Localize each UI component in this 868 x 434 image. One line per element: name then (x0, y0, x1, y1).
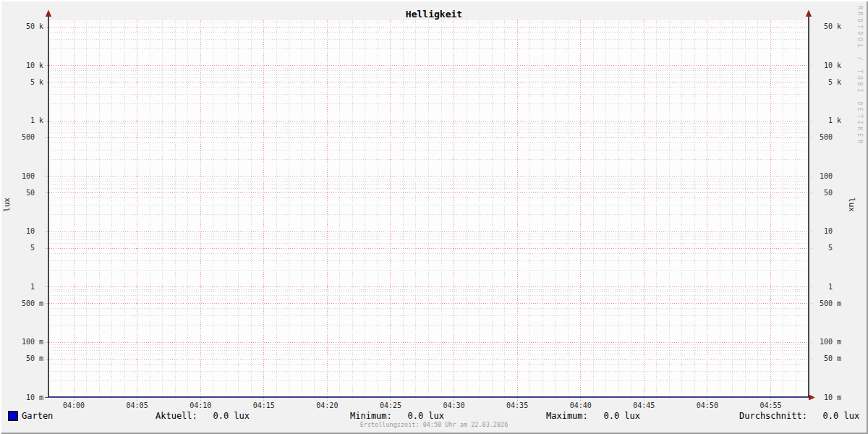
legend-series-name: Garten (22, 411, 53, 421)
y-tick-label-left: 10 k (22, 61, 43, 70)
y-axis-label-right: lux (846, 191, 856, 218)
y-tick-label-right: 100 (820, 172, 833, 181)
y-tick-label-right: 1 k (820, 116, 841, 125)
y-tick-label-left: 10 m (22, 393, 43, 402)
y-tick-label-right: 100 m (820, 338, 841, 346)
y-tick-label-left: 100 (22, 172, 35, 181)
y-tick-label-left: 5 (22, 244, 35, 252)
y-tick-label-right: 10 (820, 227, 833, 236)
x-tick-label: 04:20 (311, 401, 343, 410)
x-tick-label: 04:55 (754, 401, 786, 410)
y-tick-label-right: 500 m (820, 299, 841, 308)
y-tick-label-left: 10 (22, 227, 35, 236)
y-tick-label-left: 5 k (22, 78, 43, 87)
x-axis-arrow-icon (809, 394, 815, 400)
y-tick-label-left: 500 m (22, 299, 43, 308)
y-tick-label-right: 10 m (820, 393, 841, 402)
legend-stat-aktuell: Aktuell: 0.0 lux (156, 411, 250, 421)
y-tick-label-left: 500 (22, 133, 35, 142)
legend-color-swatch (8, 411, 18, 421)
legend-stat-minimum: Minimum: 0.0 lux (350, 411, 444, 421)
legend-stat-maximum: Maximum: 0.0 lux (546, 411, 640, 421)
x-tick-label: 04:50 (692, 401, 723, 410)
x-tick-label: 04:05 (122, 401, 153, 410)
x-tick-label: 04:45 (628, 401, 660, 410)
chart-title: Helligkeit (0, 9, 868, 20)
y-tick-label-left: 1 k (22, 116, 43, 125)
x-tick-label: 04:30 (438, 401, 470, 410)
y-tick-label-right: 5 k (820, 78, 841, 87)
y-tick-label-left: 1 (22, 283, 35, 292)
x-tick-label: 04:35 (501, 401, 533, 410)
y-tick-label-right: 10 k (820, 61, 841, 70)
y-tick-label-right: 500 (820, 133, 833, 142)
legend-stat-durchschnitt: Durchschnitt: 0.0 lux (739, 411, 859, 421)
x-tick-label: 04:15 (248, 401, 280, 410)
y-tick-label-right: 50 k (820, 22, 841, 31)
rrdtool-graph: Helligkeit lux lux RRDTOOL / TOBI OETIKE… (0, 0, 868, 434)
y-tick-label-left: 50 (22, 189, 35, 197)
y-tick-label-right: 50 m (820, 354, 841, 363)
y-tick-label-right: 1 (820, 283, 833, 292)
rrdtool-watermark: RRDTOOL / TOBI OETIKER (856, 6, 863, 146)
creation-timestamp: Erstellungszeit: 04:58 Uhr am 22.03.2026 (0, 421, 868, 429)
y-tick-label-left: 50 k (22, 22, 43, 31)
chart-plot-area (0, 0, 868, 434)
y-tick-label-left: 100 m (22, 338, 43, 346)
x-tick-label: 04:10 (184, 401, 216, 410)
x-tick-label: 04:00 (58, 401, 90, 410)
y-tick-label-right: 5 (820, 244, 833, 252)
x-tick-label: 04:40 (565, 401, 597, 410)
y-axis-label-left: lux (2, 191, 12, 218)
y-tick-label-left: 50 m (22, 354, 43, 363)
y-tick-label-right: 50 (820, 189, 833, 197)
x-tick-label: 04:25 (375, 401, 407, 410)
